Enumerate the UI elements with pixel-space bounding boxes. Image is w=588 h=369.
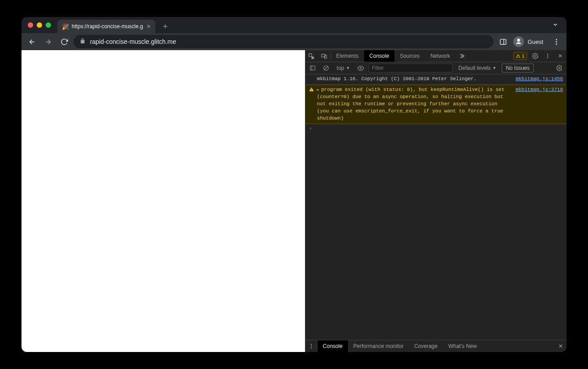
window-close-button[interactable] xyxy=(28,22,33,28)
page-viewport[interactable] xyxy=(21,50,305,352)
window-controls xyxy=(25,22,54,28)
svg-point-22 xyxy=(311,344,312,345)
tab-elements[interactable]: Elements xyxy=(331,50,364,62)
warnings-count: 1 xyxy=(522,53,524,59)
prompt-caret-icon: › xyxy=(309,125,317,133)
issues-button[interactable]: No Issues xyxy=(502,64,533,73)
svg-point-11 xyxy=(547,54,548,55)
expand-caret-icon[interactable]: ▶ xyxy=(317,88,319,92)
log-levels-selector[interactable]: Default levels ▼ xyxy=(455,64,499,72)
levels-label: Default levels xyxy=(458,65,490,71)
close-tab-button[interactable]: ✕ xyxy=(146,23,151,30)
svg-rect-21 xyxy=(311,90,312,91)
window-minimize-button[interactable] xyxy=(37,22,42,28)
forward-button[interactable] xyxy=(41,35,55,48)
avatar-icon xyxy=(513,36,524,47)
devtools-settings-button[interactable] xyxy=(529,50,541,62)
devtools-menu-button[interactable] xyxy=(541,50,554,62)
devtools-drawer: Console Performance monitor Coverage Wha… xyxy=(305,340,567,352)
svg-point-18 xyxy=(360,67,362,69)
issues-label: No Issues xyxy=(506,65,529,71)
svg-point-23 xyxy=(311,346,312,347)
svg-rect-7 xyxy=(309,53,312,56)
tab-sources[interactable]: Sources xyxy=(395,50,425,62)
console-toolbar: top ▼ Default levels ▼ No Issues xyxy=(305,62,567,74)
svg-rect-9 xyxy=(325,55,326,59)
svg-point-4 xyxy=(556,39,557,40)
window-maximize-button[interactable] xyxy=(46,22,51,28)
message-text: mkbitmap 1.16. Copyright (C) 2001-2019 P… xyxy=(317,76,512,83)
tab-network[interactable]: Network xyxy=(425,50,455,62)
svg-line-17 xyxy=(324,66,328,70)
back-button[interactable] xyxy=(25,35,39,48)
address-bar[interactable]: rapid-concise-muscle.glitch.me xyxy=(73,35,494,48)
warnings-badge[interactable]: 1 xyxy=(513,52,527,60)
svg-point-24 xyxy=(311,348,312,348)
profile-button[interactable]: Guest xyxy=(512,35,547,48)
chrome-menu-button[interactable] xyxy=(549,35,563,48)
svg-point-5 xyxy=(556,41,557,43)
svg-point-6 xyxy=(556,43,557,45)
svg-point-13 xyxy=(547,57,548,58)
drawer-tab-perfmon[interactable]: Performance monitor xyxy=(348,340,409,352)
tab-console[interactable]: Console xyxy=(364,50,395,62)
console-prompt[interactable]: › xyxy=(305,124,567,134)
console-settings-button[interactable] xyxy=(554,63,565,73)
message-text: ▶program exited (with status: 0), but ke… xyxy=(317,86,512,122)
more-tabs-button[interactable] xyxy=(455,50,468,62)
drawer-tab-coverage[interactable]: Coverage xyxy=(409,340,443,352)
message-source-link[interactable]: mkbitmap.js:3718 xyxy=(512,86,563,94)
devtools-close-button[interactable]: ✕ xyxy=(554,50,567,62)
drawer-tab-whatsnew[interactable]: What's New xyxy=(443,340,482,352)
party-popper-icon: 🎉 xyxy=(62,23,68,30)
side-panel-button[interactable] xyxy=(496,35,510,48)
message-source-link[interactable]: mkbitmap.js:1456 xyxy=(512,76,563,83)
svg-point-10 xyxy=(534,55,536,57)
console-output[interactable]: mkbitmap 1.16. Copyright (C) 2001-2019 P… xyxy=(305,74,567,340)
url-text: rapid-concise-muscle.glitch.me xyxy=(90,38,176,45)
tabs-dropdown-button[interactable] xyxy=(548,21,563,29)
drawer-close-button[interactable]: ✕ xyxy=(555,340,567,352)
svg-point-12 xyxy=(547,56,548,56)
devtools-panel: Elements Console Sources Network 1 xyxy=(305,50,567,352)
live-expression-button[interactable] xyxy=(355,63,366,73)
tab-strip: 🎉 https://rapid-concise-muscle.g ✕ ＋ xyxy=(21,17,567,33)
svg-rect-2 xyxy=(500,39,506,44)
browser-tab[interactable]: 🎉 https://rapid-concise-muscle.g ✕ xyxy=(57,20,155,33)
inspect-element-button[interactable] xyxy=(305,50,318,62)
drawer-tab-console[interactable]: Console xyxy=(318,340,348,352)
lock-icon xyxy=(80,38,86,45)
browser-toolbar: rapid-concise-muscle.glitch.me Guest xyxy=(21,33,567,50)
chevron-down-icon: ▼ xyxy=(492,66,496,70)
context-label: top xyxy=(337,65,344,71)
new-tab-button[interactable]: ＋ xyxy=(159,20,172,32)
svg-rect-20 xyxy=(311,89,312,90)
svg-rect-14 xyxy=(310,66,315,70)
devtools-tabs: Elements Console Sources Network 1 xyxy=(305,50,567,62)
console-sidebar-toggle[interactable] xyxy=(307,63,318,73)
chevron-down-icon: ▼ xyxy=(346,66,350,70)
console-message-warning: ▶program exited (with status: 0), but ke… xyxy=(305,85,567,124)
execution-context-selector[interactable]: top ▼ xyxy=(334,64,353,72)
drawer-menu-button[interactable] xyxy=(305,340,317,352)
console-message-log: mkbitmap 1.16. Copyright (C) 2001-2019 P… xyxy=(305,74,567,85)
tab-title: https://rapid-concise-muscle.g xyxy=(72,23,143,30)
profile-label: Guest xyxy=(528,39,543,45)
warning-icon xyxy=(309,87,314,92)
clear-console-button[interactable] xyxy=(321,63,331,73)
console-filter-input[interactable] xyxy=(369,64,453,73)
device-toolbar-button[interactable] xyxy=(318,50,330,62)
svg-point-19 xyxy=(558,67,560,69)
reload-button[interactable] xyxy=(57,35,71,48)
